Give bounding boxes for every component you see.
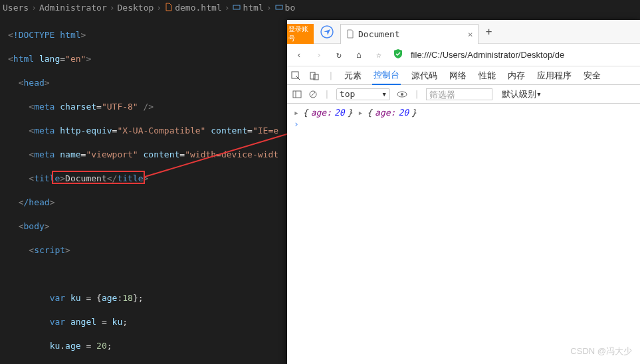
breadcrumb-item[interactable]: Administrator	[39, 3, 107, 13]
browser-tab[interactable]: Document ×	[340, 24, 479, 44]
tab-sources[interactable]: 源代码	[410, 66, 439, 85]
back-button[interactable]: ‹	[292, 50, 306, 60]
console-prompt[interactable]: ›	[294, 119, 633, 129]
svg-point-13	[401, 93, 403, 96]
browser-window: 登录账号 Document × + ‹ › ↻ ⌂ ☆ file:///C:/U…	[287, 20, 640, 364]
console-row[interactable]: ▸{age: 20} ▸{age: 20}	[294, 108, 633, 118]
tag-icon	[274, 3, 284, 12]
tab-security[interactable]: 安全	[582, 66, 602, 85]
tab-performance[interactable]: 性能	[477, 66, 497, 85]
code-area[interactable]: <!DOCTYPE html> <html lang="en"> <head> …	[0, 15, 296, 364]
context-selector[interactable]: top ▾	[336, 88, 390, 100]
svg-rect-8	[293, 91, 301, 98]
breadcrumb-item[interactable]: Users	[3, 3, 29, 13]
console-output[interactable]: ▸{age: 20} ▸{age: 20} ›	[287, 104, 640, 133]
tab-network[interactable]: 网络	[448, 66, 468, 85]
close-icon[interactable]: ×	[468, 29, 473, 39]
favorite-button[interactable]: ☆	[372, 50, 385, 60]
breadcrumb-item[interactable]: Desktop	[118, 3, 154, 13]
url-text[interactable]: file:///C:/Users/Administrator/Desktop/d…	[411, 50, 564, 60]
breadcrumb[interactable]: Users› Administrator› Desktop› demo.html…	[0, 0, 296, 15]
browser-logo-icon[interactable]: 登录账号	[287, 20, 314, 44]
filter-input[interactable]: 筛选器	[426, 88, 492, 100]
tab-console[interactable]: 控制台	[372, 66, 401, 85]
code-editor: Users› Administrator› Desktop› demo.html…	[0, 0, 296, 364]
browser-tab-bar: 登录账号 Document × +	[287, 20, 640, 44]
plane-icon[interactable]	[314, 20, 340, 44]
live-expression-icon[interactable]	[397, 90, 407, 98]
inspect-icon[interactable]	[291, 71, 300, 80]
expand-icon[interactable]: ▸	[294, 108, 299, 118]
tab-memory[interactable]: 内存	[506, 66, 526, 85]
reload-button[interactable]: ↻	[332, 50, 346, 60]
device-icon[interactable]	[310, 71, 319, 80]
breadcrumb-item[interactable]: demo.html	[175, 3, 221, 13]
clear-console-icon[interactable]	[308, 90, 318, 99]
svg-rect-0	[233, 5, 240, 9]
tab-elements[interactable]: 元素	[343, 66, 363, 85]
login-badge[interactable]: 登录账号	[287, 24, 314, 44]
forward-button[interactable]: ›	[312, 50, 326, 60]
home-button[interactable]: ⌂	[352, 50, 366, 60]
tag-icon	[232, 3, 241, 12]
svg-line-11	[310, 92, 316, 97]
tab-application[interactable]: 应用程序	[536, 66, 573, 85]
sidebar-toggle-icon[interactable]	[292, 90, 302, 99]
devtools-tab-bar: | 元素 控制台 源代码 网络 性能 内存 应用程序 安全	[287, 66, 640, 85]
svg-rect-6	[310, 72, 315, 79]
shield-icon[interactable]	[392, 48, 404, 62]
console-toolbar: | top ▾ | 筛选器 默认级别 ▾	[287, 85, 640, 104]
log-level-selector[interactable]: 默认级别 ▾	[499, 88, 544, 100]
breadcrumb-item[interactable]: body	[285, 3, 296, 13]
tab-title: Document	[358, 29, 400, 39]
file-icon	[164, 3, 173, 12]
address-bar: ‹ › ↻ ⌂ ☆ file:///C:/Users/Administrator…	[287, 44, 640, 66]
watermark: CSDN @冯大少	[570, 345, 632, 357]
svg-rect-1	[276, 5, 282, 9]
expand-icon[interactable]: ▸	[358, 108, 363, 118]
page-icon	[346, 29, 354, 39]
new-tab-button[interactable]: +	[479, 25, 498, 38]
breadcrumb-item[interactable]: html	[243, 3, 263, 13]
